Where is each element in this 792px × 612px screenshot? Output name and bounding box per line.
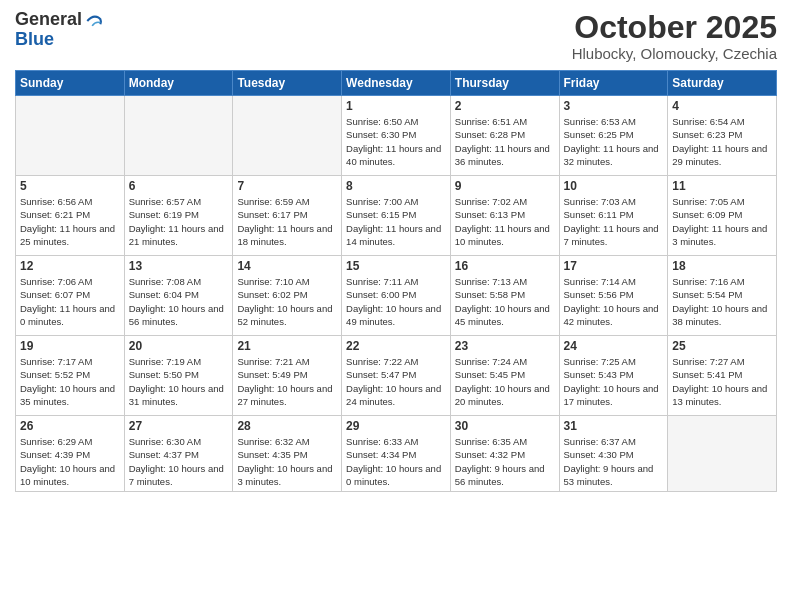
calendar-week-row: 19Sunrise: 7:17 AM Sunset: 5:52 PM Dayli… [16,336,777,416]
calendar-cell: 15Sunrise: 7:11 AM Sunset: 6:00 PM Dayli… [342,256,451,336]
day-number: 17 [564,259,664,273]
day-info: Sunrise: 7:19 AM Sunset: 5:50 PM Dayligh… [129,355,229,408]
day-of-week-header: Sunday [16,71,125,96]
day-info: Sunrise: 6:57 AM Sunset: 6:19 PM Dayligh… [129,195,229,248]
day-number: 31 [564,419,664,433]
day-number: 21 [237,339,337,353]
day-info: Sunrise: 7:22 AM Sunset: 5:47 PM Dayligh… [346,355,446,408]
day-number: 3 [564,99,664,113]
logo-general: General [15,9,82,29]
day-info: Sunrise: 6:50 AM Sunset: 6:30 PM Dayligh… [346,115,446,168]
day-of-week-header: Thursday [450,71,559,96]
calendar: SundayMondayTuesdayWednesdayThursdayFrid… [15,70,777,492]
day-info: Sunrise: 7:00 AM Sunset: 6:15 PM Dayligh… [346,195,446,248]
day-number: 15 [346,259,446,273]
day-number: 12 [20,259,120,273]
calendar-cell: 27Sunrise: 6:30 AM Sunset: 4:37 PM Dayli… [124,416,233,492]
day-info: Sunrise: 7:02 AM Sunset: 6:13 PM Dayligh… [455,195,555,248]
day-number: 10 [564,179,664,193]
calendar-cell: 25Sunrise: 7:27 AM Sunset: 5:41 PM Dayli… [668,336,777,416]
day-info: Sunrise: 7:08 AM Sunset: 6:04 PM Dayligh… [129,275,229,328]
day-number: 16 [455,259,555,273]
logo-blue: Blue [15,30,54,50]
day-info: Sunrise: 6:33 AM Sunset: 4:34 PM Dayligh… [346,435,446,488]
calendar-cell: 16Sunrise: 7:13 AM Sunset: 5:58 PM Dayli… [450,256,559,336]
calendar-cell: 11Sunrise: 7:05 AM Sunset: 6:09 PM Dayli… [668,176,777,256]
day-number: 20 [129,339,229,353]
calendar-cell: 6Sunrise: 6:57 AM Sunset: 6:19 PM Daylig… [124,176,233,256]
day-number: 6 [129,179,229,193]
calendar-week-row: 1Sunrise: 6:50 AM Sunset: 6:30 PM Daylig… [16,96,777,176]
day-info: Sunrise: 6:54 AM Sunset: 6:23 PM Dayligh… [672,115,772,168]
day-info: Sunrise: 6:29 AM Sunset: 4:39 PM Dayligh… [20,435,120,488]
day-number: 14 [237,259,337,273]
day-info: Sunrise: 6:53 AM Sunset: 6:25 PM Dayligh… [564,115,664,168]
day-info: Sunrise: 7:25 AM Sunset: 5:43 PM Dayligh… [564,355,664,408]
calendar-cell: 8Sunrise: 7:00 AM Sunset: 6:15 PM Daylig… [342,176,451,256]
logo-text: General [15,10,102,30]
calendar-cell: 22Sunrise: 7:22 AM Sunset: 5:47 PM Dayli… [342,336,451,416]
month-title: October 2025 [572,10,777,45]
header: General Blue October 2025 Hlubocky, Olom… [15,10,777,62]
day-number: 30 [455,419,555,433]
calendar-cell: 29Sunrise: 6:33 AM Sunset: 4:34 PM Dayli… [342,416,451,492]
calendar-cell: 24Sunrise: 7:25 AM Sunset: 5:43 PM Dayli… [559,336,668,416]
day-number: 9 [455,179,555,193]
calendar-cell: 19Sunrise: 7:17 AM Sunset: 5:52 PM Dayli… [16,336,125,416]
calendar-cell: 30Sunrise: 6:35 AM Sunset: 4:32 PM Dayli… [450,416,559,492]
day-info: Sunrise: 6:30 AM Sunset: 4:37 PM Dayligh… [129,435,229,488]
day-info: Sunrise: 7:10 AM Sunset: 6:02 PM Dayligh… [237,275,337,328]
day-number: 29 [346,419,446,433]
day-number: 18 [672,259,772,273]
day-number: 22 [346,339,446,353]
calendar-cell [668,416,777,492]
calendar-cell: 18Sunrise: 7:16 AM Sunset: 5:54 PM Dayli… [668,256,777,336]
day-info: Sunrise: 7:17 AM Sunset: 5:52 PM Dayligh… [20,355,120,408]
day-of-week-header: Wednesday [342,71,451,96]
day-number: 2 [455,99,555,113]
calendar-week-row: 26Sunrise: 6:29 AM Sunset: 4:39 PM Dayli… [16,416,777,492]
day-info: Sunrise: 6:56 AM Sunset: 6:21 PM Dayligh… [20,195,120,248]
calendar-cell: 26Sunrise: 6:29 AM Sunset: 4:39 PM Dayli… [16,416,125,492]
calendar-cell: 1Sunrise: 6:50 AM Sunset: 6:30 PM Daylig… [342,96,451,176]
day-number: 28 [237,419,337,433]
calendar-cell: 14Sunrise: 7:10 AM Sunset: 6:02 PM Dayli… [233,256,342,336]
day-info: Sunrise: 7:11 AM Sunset: 6:00 PM Dayligh… [346,275,446,328]
calendar-cell [233,96,342,176]
day-number: 19 [20,339,120,353]
day-number: 26 [20,419,120,433]
day-of-week-header: Tuesday [233,71,342,96]
calendar-cell: 13Sunrise: 7:08 AM Sunset: 6:04 PM Dayli… [124,256,233,336]
day-info: Sunrise: 6:35 AM Sunset: 4:32 PM Dayligh… [455,435,555,488]
day-info: Sunrise: 6:32 AM Sunset: 4:35 PM Dayligh… [237,435,337,488]
day-info: Sunrise: 7:24 AM Sunset: 5:45 PM Dayligh… [455,355,555,408]
day-info: Sunrise: 7:05 AM Sunset: 6:09 PM Dayligh… [672,195,772,248]
calendar-cell: 4Sunrise: 6:54 AM Sunset: 6:23 PM Daylig… [668,96,777,176]
page: General Blue October 2025 Hlubocky, Olom… [0,0,792,612]
day-number: 23 [455,339,555,353]
day-number: 25 [672,339,772,353]
day-number: 11 [672,179,772,193]
calendar-cell: 10Sunrise: 7:03 AM Sunset: 6:11 PM Dayli… [559,176,668,256]
calendar-cell: 2Sunrise: 6:51 AM Sunset: 6:28 PM Daylig… [450,96,559,176]
day-number: 4 [672,99,772,113]
day-number: 24 [564,339,664,353]
calendar-cell: 3Sunrise: 6:53 AM Sunset: 6:25 PM Daylig… [559,96,668,176]
day-info: Sunrise: 7:27 AM Sunset: 5:41 PM Dayligh… [672,355,772,408]
day-number: 5 [20,179,120,193]
calendar-cell [16,96,125,176]
day-number: 8 [346,179,446,193]
day-of-week-header: Friday [559,71,668,96]
calendar-cell: 5Sunrise: 6:56 AM Sunset: 6:21 PM Daylig… [16,176,125,256]
calendar-cell: 31Sunrise: 6:37 AM Sunset: 4:30 PM Dayli… [559,416,668,492]
calendar-cell: 28Sunrise: 6:32 AM Sunset: 4:35 PM Dayli… [233,416,342,492]
day-info: Sunrise: 6:37 AM Sunset: 4:30 PM Dayligh… [564,435,664,488]
day-of-week-header: Monday [124,71,233,96]
day-info: Sunrise: 7:13 AM Sunset: 5:58 PM Dayligh… [455,275,555,328]
calendar-week-row: 12Sunrise: 7:06 AM Sunset: 6:07 PM Dayli… [16,256,777,336]
logo-icon [84,14,102,28]
day-number: 1 [346,99,446,113]
calendar-header-row: SundayMondayTuesdayWednesdayThursdayFrid… [16,71,777,96]
day-info: Sunrise: 7:21 AM Sunset: 5:49 PM Dayligh… [237,355,337,408]
day-info: Sunrise: 6:51 AM Sunset: 6:28 PM Dayligh… [455,115,555,168]
